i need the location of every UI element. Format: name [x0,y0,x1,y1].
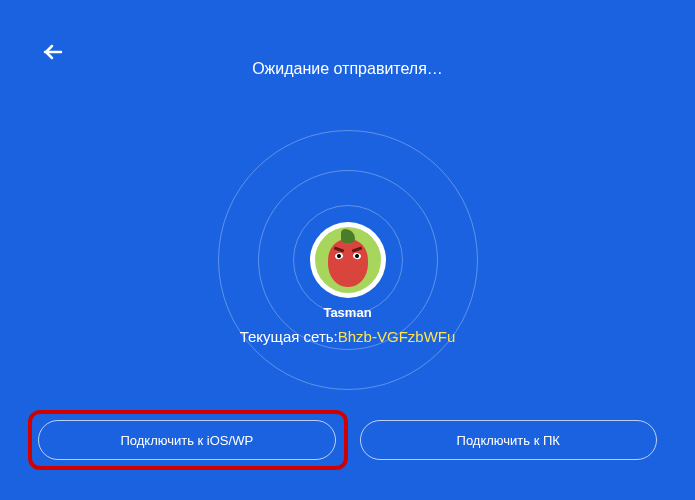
connect-pc-button[interactable]: Подключить к ПК [360,420,658,460]
network-label: Текущая сеть: [240,328,338,345]
back-button[interactable] [40,40,64,64]
page-title: Ожидание отправителя… [252,60,443,78]
username-label: Tasman [323,305,371,320]
network-info: Текущая сеть:Bhzb-VGFzbWFu [240,328,456,345]
connect-ios-button[interactable]: Подключить к iOS/WP [38,420,336,460]
avatar [310,222,386,298]
radar-animation [208,120,488,400]
network-value: Bhzb-VGFzbWFu [338,328,456,345]
